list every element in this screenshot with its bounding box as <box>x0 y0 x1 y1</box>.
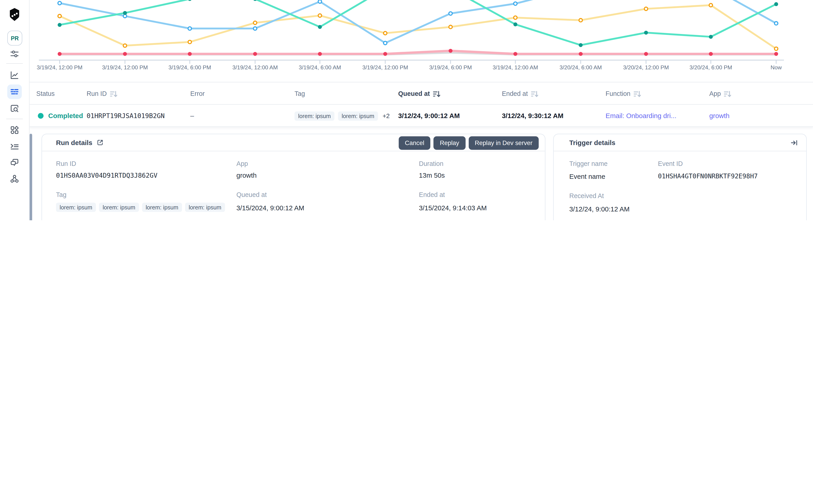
data-point-teal <box>579 43 583 47</box>
data-point-teal <box>774 2 778 6</box>
data-point-rose <box>579 52 583 56</box>
apps-icon[interactable] <box>9 125 20 135</box>
series-amber <box>60 5 776 49</box>
series-sky <box>60 0 776 43</box>
data-point-rose <box>383 52 387 56</box>
sidebar-divider <box>6 119 23 119</box>
function-cell: Email: Onboarding dri... <box>606 105 676 127</box>
tags-more-count: +2 <box>383 112 390 119</box>
environment-badge[interactable]: PR <box>7 31 22 46</box>
event-id-label: Event ID <box>658 160 683 167</box>
trigger-details-card: Trigger details Trigger name Event ID Ev… <box>553 134 807 220</box>
tag-chip: lorem: ipsum <box>56 203 96 212</box>
data-point-amber <box>514 16 517 19</box>
x-tick-label: 3/19/24, 12:00 AM <box>493 64 538 70</box>
external-link-icon[interactable] <box>97 139 104 146</box>
column-label: Ended at <box>502 90 528 97</box>
collapse-panel-icon[interactable] <box>790 139 798 147</box>
app-link[interactable]: growth <box>236 172 257 179</box>
metrics-chart-icon[interactable] <box>9 70 20 80</box>
environments-icon[interactable] <box>9 157 20 168</box>
sidebar: PR C <box>0 0 29 220</box>
ended-at-cell: 3/12/24, 9:30:12 AM <box>502 105 564 127</box>
replay-button[interactable]: Replay <box>434 136 465 149</box>
column-label: Status <box>36 90 55 97</box>
event-search-icon[interactable] <box>9 103 20 114</box>
queued-at-cell: 3/12/24, 9:00:12 AM <box>398 105 460 127</box>
duration-label: Duration <box>419 160 444 167</box>
data-point-rose <box>709 52 713 56</box>
x-tick-label: Now <box>771 64 782 70</box>
chart-canvas <box>29 0 813 75</box>
column-header-app[interactable]: App <box>709 82 731 105</box>
column-header-status: Status <box>36 82 55 105</box>
data-point-teal <box>58 23 61 27</box>
x-tick-label: 3/19/24, 12:00 PM <box>37 64 82 70</box>
runs-list-icon[interactable] <box>9 87 20 97</box>
data-point-amber <box>188 40 191 44</box>
data-point-sky <box>383 41 387 45</box>
data-point-teal <box>318 25 322 29</box>
x-tick-label: 3/19/24, 12:00 PM <box>102 64 148 70</box>
data-point-rose <box>644 52 648 56</box>
column-header-function[interactable]: Function <box>606 82 641 105</box>
data-point-amber <box>253 21 257 24</box>
x-tick-label: 3/19/24, 6:00 PM <box>168 64 211 70</box>
column-label: Error <box>190 90 205 97</box>
app-link[interactable]: growth <box>709 112 729 120</box>
data-point-amber <box>58 14 61 18</box>
data-point-rose <box>253 52 257 56</box>
runs-table-header: StatusRun IDErrorTagQueued atEnded atFun… <box>29 82 813 105</box>
data-point-teal <box>709 35 713 39</box>
cancel-button[interactable]: Cancel <box>398 136 430 149</box>
events-icon[interactable] <box>9 141 20 152</box>
scrollbar-thumb[interactable] <box>29 134 32 220</box>
data-point-sky <box>774 22 778 25</box>
run-id-value: 01HS0AA03V04D91RTDQ3J862GV <box>56 172 157 179</box>
data-point-rose <box>513 52 517 56</box>
data-point-amber <box>579 19 583 22</box>
x-tick-label: 3/20/24, 12:00 PM <box>623 64 669 70</box>
sort-icon <box>433 90 440 97</box>
received-at-label: Received At <box>569 192 604 199</box>
duration-value: 13m 50s <box>419 172 445 179</box>
tag-label: Tag <box>56 191 66 199</box>
column-header-tag: Tag <box>294 82 305 105</box>
replay-dev-server-button[interactable]: Replay in Dev server <box>469 136 539 149</box>
data-point-sky <box>514 2 517 5</box>
tag-chip: lorem: ipsum <box>338 111 378 121</box>
ended-at-value: 3/15/2024, 9:14:03 AM <box>419 204 487 212</box>
column-header-run-id[interactable]: Run ID <box>87 82 117 105</box>
data-point-rose <box>449 49 453 53</box>
table-row[interactable]: Completed01HRPT19RJSA1019B2GN–lorem: ips… <box>29 105 813 127</box>
trigger-name-label: Trigger name <box>569 160 608 167</box>
data-point-rose <box>318 52 322 56</box>
status-dot <box>38 113 44 119</box>
webhook-icon[interactable] <box>9 174 20 184</box>
status-cell: Completed <box>38 105 83 127</box>
data-point-amber <box>123 44 127 47</box>
trigger-name-value: Event name <box>569 173 605 180</box>
status-label: Completed <box>48 112 83 120</box>
data-point-amber <box>774 47 778 50</box>
filter-sliders-icon[interactable] <box>9 49 20 59</box>
column-header-queued-at[interactable]: Queued at <box>398 82 440 105</box>
column-label: Run ID <box>87 90 107 97</box>
sort-icon <box>724 90 731 97</box>
column-header-ended-at[interactable]: Ended at <box>502 82 538 105</box>
received-at-value: 3/12/24, 9:00:12 AM <box>569 205 630 213</box>
data-point-sky <box>58 1 61 5</box>
tag-chip-list: lorem: ipsumlorem: ipsumlorem: ipsumlore… <box>56 203 225 212</box>
app-cell: growth <box>709 105 729 127</box>
data-point-rose <box>188 52 191 56</box>
sidebar-divider <box>6 63 23 64</box>
tag-chip: lorem: ipsum <box>99 203 139 212</box>
function-link[interactable]: Email: Onboarding dri... <box>606 112 676 120</box>
data-point-amber <box>709 3 713 7</box>
inngest-logo[interactable] <box>7 7 22 22</box>
x-tick-label: 3/19/24, 6:00 AM <box>299 64 341 70</box>
data-point-amber <box>449 25 452 29</box>
run-details-title: Run details <box>56 139 104 146</box>
data-point-teal <box>123 11 127 15</box>
column-label: Tag <box>294 90 305 97</box>
